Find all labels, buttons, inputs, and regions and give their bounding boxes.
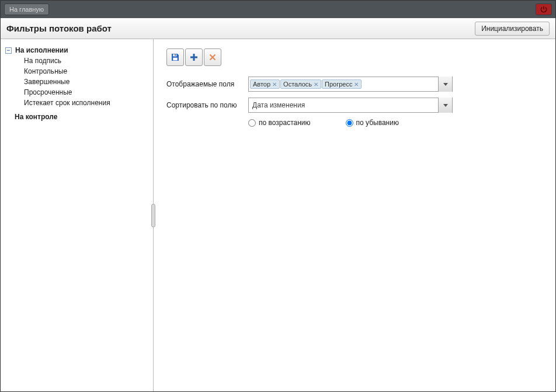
tree-child-label: На подпись <box>24 57 61 65</box>
sort-by-value: Дата изменения <box>249 101 438 109</box>
sort-asc-input[interactable] <box>248 119 256 127</box>
sort-desc-label: по убыванию <box>356 119 399 127</box>
tree-root-label: На исполнении <box>15 46 68 54</box>
tree-children: На подпись Контрольные Завершенные Проср… <box>5 55 148 108</box>
power-button[interactable] <box>536 4 552 15</box>
svg-rect-2 <box>175 54 176 56</box>
tree-child-item[interactable]: Просроченные <box>24 87 148 98</box>
power-icon <box>540 5 548 13</box>
tag-container: Автор✕ Осталось✕ Прогресс✕ <box>249 78 438 90</box>
add-button[interactable] <box>185 48 203 66</box>
field-tag: Автор✕ <box>250 79 280 89</box>
sort-asc-radio[interactable]: по возрастанию <box>248 119 311 127</box>
tree-child-label: Завершенные <box>24 78 70 86</box>
sort-direction-row: по возрастанию по убыванию <box>166 119 543 127</box>
content-area: − На исполнении На подпись Контрольные З… <box>1 39 555 391</box>
tree-child-item[interactable]: Истекает срок исполнения <box>24 98 148 108</box>
tag-label: Автор <box>253 81 270 88</box>
save-icon <box>170 52 180 63</box>
displayed-fields-multiselect[interactable]: Автор✕ Осталось✕ Прогресс✕ <box>248 77 453 92</box>
tree-second-item[interactable]: На контроле <box>15 112 148 122</box>
tree-child-item[interactable]: На подпись <box>24 55 148 66</box>
toolbar <box>166 48 543 66</box>
tag-remove-icon[interactable]: ✕ <box>272 81 277 88</box>
tree-child-item[interactable]: Завершенные <box>24 77 148 87</box>
sort-by-row: Сортировать по полю Дата изменения <box>166 98 543 113</box>
displayed-fields-row: Отображаемые поля Автор✕ Осталось✕ Прогр… <box>166 77 543 92</box>
field-tag: Осталось✕ <box>280 79 321 89</box>
sort-by-label: Сортировать по полю <box>166 101 248 109</box>
home-button[interactable]: На главную <box>4 4 49 15</box>
tree-root-item[interactable]: − На исполнении <box>5 45 148 55</box>
top-bar: На главную <box>1 1 555 18</box>
page-title: Фильтры потоков работ <box>6 23 112 33</box>
chevron-down-icon <box>443 81 449 87</box>
delete-button[interactable] <box>204 48 221 66</box>
tree-second-label: На контроле <box>15 113 57 121</box>
plus-icon <box>189 52 199 63</box>
close-icon <box>207 52 218 63</box>
tag-label: Прогресс <box>325 81 352 88</box>
sort-by-select[interactable]: Дата изменения <box>248 98 453 113</box>
dropdown-button[interactable] <box>438 77 452 92</box>
chevron-down-icon <box>443 102 449 108</box>
sidebar: − На исполнении На подпись Контрольные З… <box>1 39 154 391</box>
tree-child-item[interactable]: Контрольные <box>24 66 148 77</box>
tree-child-label: Контрольные <box>24 67 67 75</box>
main-panel: Отображаемые поля Автор✕ Осталось✕ Прогр… <box>154 39 555 391</box>
tree-child-label: Истекает срок исполнения <box>24 99 110 107</box>
dropdown-button[interactable] <box>438 98 452 113</box>
displayed-fields-label: Отображаемые поля <box>166 80 248 88</box>
tag-remove-icon[interactable]: ✕ <box>314 81 318 88</box>
sort-desc-radio[interactable]: по убыванию <box>346 119 399 127</box>
sort-desc-input[interactable] <box>346 119 353 127</box>
title-bar: Фильтры потоков работ Инициализировать <box>1 18 555 39</box>
save-button[interactable] <box>166 48 184 66</box>
tag-remove-icon[interactable]: ✕ <box>354 81 359 88</box>
initialize-button[interactable]: Инициализировать <box>475 22 550 36</box>
field-tag: Прогресс✕ <box>322 79 362 89</box>
collapse-icon[interactable]: − <box>5 47 12 54</box>
sort-asc-label: по возрастанию <box>259 119 311 127</box>
tag-label: Осталось <box>283 81 312 88</box>
splitter-handle[interactable] <box>151 204 155 227</box>
svg-rect-1 <box>173 58 178 61</box>
tree-child-label: Просроченные <box>24 88 72 96</box>
